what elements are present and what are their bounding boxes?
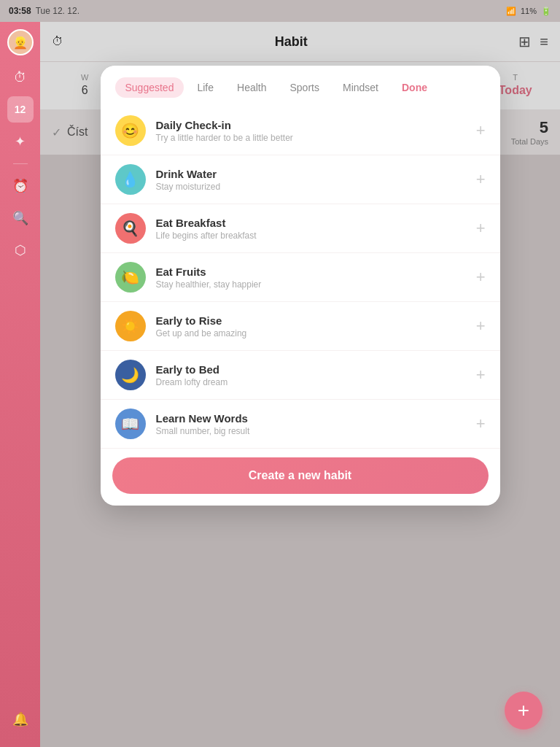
habit-icon: 📖 (115, 409, 146, 439)
tab-health[interactable]: Health (227, 77, 276, 98)
habit-item-early-to-bed[interactable]: 🌙Early to BedDream lofty dream+ (101, 351, 500, 400)
avatar[interactable]: 👱 (7, 29, 34, 55)
habit-add-button[interactable]: + (476, 268, 486, 287)
habit-name: Learn New Words (156, 412, 466, 425)
sidebar-item-search[interactable]: 🔍 (7, 205, 34, 231)
habit-item-learn-new-words[interactable]: 📖Learn New WordsSmall number, big result… (101, 400, 500, 449)
habit-add-button[interactable]: + (476, 121, 486, 140)
tab-life[interactable]: Life (187, 77, 224, 98)
sidebar-item-hexagon[interactable]: ⬡ (7, 237, 34, 263)
battery-icon: 🔋 (541, 7, 551, 16)
habit-info: Drink WaterStay moisturized (156, 168, 466, 192)
habit-info: Eat BreakfastLife begins after breakfast (156, 217, 466, 241)
habit-icon: 🍳 (115, 213, 146, 244)
tab-sports[interactable]: Sports (280, 77, 330, 98)
sidebar-divider (13, 163, 28, 164)
habit-item-daily-check-in[interactable]: 😊Daily Check-inTry a little harder to be… (101, 107, 500, 155)
habit-name: Eat Breakfast (156, 217, 466, 229)
sidebar-item-grid[interactable]: ✦ (7, 128, 34, 155)
habit-info: Learn New WordsSmall number, big result (156, 412, 466, 436)
status-right: 📶 11% 🔋 (506, 7, 551, 16)
habit-list: 😊Daily Check-inTry a little harder to be… (101, 104, 500, 452)
habit-desc: Small number, big result (156, 426, 466, 436)
habit-icon: ☀️ (115, 311, 146, 341)
tab-suggested[interactable]: Suggested (115, 77, 184, 98)
habit-name: Drink Water (156, 168, 466, 180)
habit-item-eat-breakfast[interactable]: 🍳Eat BreakfastLife begins after breakfas… (101, 204, 500, 253)
modal-card: SuggestedLifeHealthSportsMindsetDone 😊Da… (101, 66, 500, 506)
habit-add-button[interactable]: + (476, 317, 486, 336)
sidebar-item-calendar[interactable]: 12 (7, 96, 34, 123)
status-bar: 03:58 Tue 12. 12. 📶 11% 🔋 (0, 0, 560, 22)
habit-add-button[interactable]: + (476, 414, 486, 433)
habit-desc: Try a little harder to be a little bette… (156, 133, 466, 143)
habit-info: Early to RiseGet up and be amazing (156, 314, 466, 338)
habit-desc: Get up and be amazing (156, 328, 466, 338)
wifi-icon: 📶 (506, 7, 516, 16)
habit-item-eat-fruits[interactable]: 🍋Eat FruitsStay healthier, stay happier+ (101, 253, 500, 302)
habit-icon: 😊 (115, 115, 146, 146)
habit-add-button[interactable]: + (476, 170, 486, 189)
status-date: Tue 12. 12. (36, 6, 79, 16)
habit-name: Eat Fruits (156, 266, 466, 278)
tab-done[interactable]: Done (392, 77, 438, 98)
habit-name: Early to Rise (156, 314, 466, 327)
habit-icon: 🍋 (115, 262, 146, 293)
habit-add-button[interactable]: + (476, 219, 486, 238)
battery-text: 11% (521, 7, 537, 15)
habit-desc: Stay healthier, stay happier (156, 279, 466, 290)
habit-info: Early to BedDream lofty dream (156, 363, 466, 387)
habit-icon: 🌙 (115, 360, 146, 390)
tab-mindset[interactable]: Mindset (332, 77, 389, 98)
habit-desc: Dream lofty dream (156, 377, 466, 387)
habit-name: Early to Bed (156, 363, 466, 376)
habit-item-drink-water[interactable]: 💧Drink WaterStay moisturized+ (101, 155, 500, 204)
status-time: 03:58 (9, 6, 31, 16)
habit-item-early-to-rise[interactable]: ☀️Early to RiseGet up and be amazing+ (101, 302, 500, 351)
main-content: ⏱ Habit ⊞ ≡ W6T7F8S9S10M11TToday ✓ Číst … (40, 22, 560, 747)
sidebar-item-clock[interactable]: ⏱ (7, 64, 34, 90)
create-new-habit-button[interactable]: Create a new habit (112, 457, 489, 494)
habit-info: Eat FruitsStay healthier, stay happier (156, 266, 466, 290)
sidebar-item-time[interactable]: ⏰ (7, 173, 34, 199)
habit-desc: Stay moisturized (156, 182, 466, 192)
sidebar: 👱 ⏱ 12 ✦ ⏰ 🔍 ⬡ 🔔 (0, 22, 40, 747)
habit-add-button[interactable]: + (476, 365, 486, 384)
modal-overlay: SuggestedLifeHealthSportsMindsetDone 😊Da… (40, 22, 560, 747)
status-left: 03:58 Tue 12. 12. (9, 6, 79, 16)
sidebar-item-bell[interactable]: 🔔 (7, 706, 34, 732)
habit-info: Daily Check-inTry a little harder to be … (156, 119, 466, 143)
habit-desc: Life begins after breakfast (156, 231, 466, 241)
fab-button[interactable]: + (505, 692, 542, 729)
habit-icon: 💧 (115, 164, 146, 195)
habit-name: Daily Check-in (156, 119, 466, 131)
tabs-container: SuggestedLifeHealthSportsMindsetDone (101, 66, 500, 104)
